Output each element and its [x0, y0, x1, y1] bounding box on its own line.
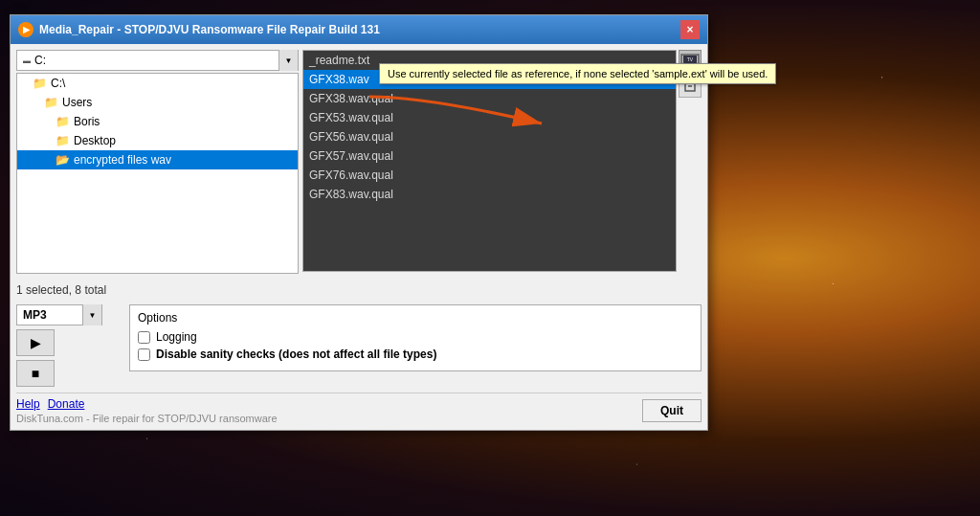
tree-item-encrypted-files-wav[interactable]: 📂 encrypted files wav: [17, 150, 298, 169]
file-item-gfx38wavqual[interactable]: GFX38.wav.qual: [303, 89, 676, 108]
folder-icon: 📁: [44, 96, 58, 109]
file-name: GFX56.wav.qual: [309, 130, 393, 144]
tree-item-label: C:\: [51, 77, 65, 90]
sanity-checkbox[interactable]: [138, 348, 150, 361]
close-button[interactable]: ×: [680, 20, 700, 39]
drive-dropdown-arrow[interactable]: ▼: [278, 50, 298, 71]
file-item-gfx53[interactable]: GFX53.wav.qual: [303, 108, 676, 127]
folder-panel: C: ▼ 📁 C:\ 📁 Users 📁 Boris: [16, 50, 299, 274]
format-dropdown-arrow[interactable]: ▼: [82, 304, 101, 325]
window-title: Media_Repair - STOP/DJVU Ransomware File…: [39, 23, 380, 36]
status-bar: 1 selected, 8 total: [16, 280, 702, 301]
tree-item-desktop[interactable]: 📁 Desktop: [17, 131, 298, 150]
folder-icon: 📁: [56, 134, 70, 147]
folder-icon: 📁: [33, 77, 47, 90]
logging-checkbox-row: Logging: [138, 330, 693, 344]
sanity-label: Disable sanity checks (does not affect a…: [156, 348, 436, 361]
status-text: 1 selected, 8 total: [16, 283, 106, 297]
tree-item-users[interactable]: 📁 Users: [17, 93, 298, 112]
folder-open-icon: 📂: [56, 153, 70, 167]
drive-selector[interactable]: C: ▼: [16, 50, 299, 71]
file-name: GFX53.wav.qual: [309, 111, 393, 124]
format-selector[interactable]: MP3 ▼: [16, 304, 102, 325]
play-icon: ▶: [31, 335, 41, 350]
file-name: GFX38.wav.qual: [309, 92, 393, 105]
logging-label: Logging: [156, 330, 197, 344]
folder-tree: 📁 C:\ 📁 Users 📁 Boris 📁 Desktop: [16, 73, 299, 274]
options-title: Options: [138, 311, 693, 325]
tooltip-popup: Use currently selected file as reference…: [379, 63, 776, 84]
tree-item-c-root[interactable]: 📁 C:\: [17, 74, 298, 93]
app-icon: ▶: [18, 22, 33, 37]
stop-button[interactable]: ■: [16, 360, 55, 387]
tree-item-label: Desktop: [74, 134, 116, 147]
tree-item-label: Boris: [74, 115, 100, 128]
file-item-gfx57[interactable]: GFX57.wav.qual: [303, 146, 676, 166]
file-name: GFX57.wav.qual: [309, 149, 393, 163]
folder-icon: 📁: [56, 115, 70, 128]
file-name: _readme.txt: [309, 54, 369, 67]
tree-item-label: encrypted files wav: [74, 153, 171, 167]
file-item-gfx56[interactable]: GFX56.wav.qual: [303, 127, 676, 146]
left-controls: MP3 ▼ ▶ ■: [16, 304, 122, 387]
title-bar: ▶ Media_Repair - STOP/DJVU Ransomware Fi…: [11, 15, 707, 44]
tree-item-label: Users: [62, 96, 92, 109]
file-item-gfx83[interactable]: GFX83.wav.qual: [303, 185, 676, 204]
footer-links: Help Donate: [16, 397, 278, 411]
donate-link[interactable]: Donate: [48, 397, 85, 411]
footer-text: DiskTuna.com - File repair for STOP/DJVU…: [16, 413, 278, 424]
sanity-checkbox-row: Disable sanity checks (does not affect a…: [138, 348, 693, 361]
play-button[interactable]: ▶: [16, 329, 55, 356]
title-bar-left: ▶ Media_Repair - STOP/DJVU Ransomware Fi…: [18, 22, 380, 37]
options-panel: Options Logging Disable sanity checks (d…: [129, 304, 702, 371]
format-label: MP3: [17, 308, 82, 322]
file-name: GFX76.wav.qual: [309, 168, 393, 182]
tree-item-boris[interactable]: 📁 Boris: [17, 112, 298, 131]
stop-icon: ■: [32, 366, 39, 381]
file-name: GFX38.wav: [309, 73, 369, 86]
logging-checkbox[interactable]: [138, 331, 150, 344]
footer: Help Donate DiskTuna.com - File repair f…: [16, 393, 702, 424]
footer-left: Help Donate DiskTuna.com - File repair f…: [16, 397, 278, 424]
top-section: C: ▼ 📁 C:\ 📁 Users 📁 Boris: [16, 50, 702, 274]
window-body: C: ▼ 📁 C:\ 📁 Users 📁 Boris: [11, 44, 707, 430]
main-window: ▶ Media_Repair - STOP/DJVU Ransomware Fi…: [10, 14, 708, 431]
quit-button[interactable]: Quit: [642, 399, 702, 422]
bottom-section: MP3 ▼ ▶ ■ Options Logging: [16, 304, 702, 387]
help-link[interactable]: Help: [16, 397, 40, 411]
svg-text:TV: TV: [687, 56, 694, 62]
file-panel: _readme.txt GFX38.wav GFX38.wav.qual GFX…: [302, 50, 702, 274]
file-item-gfx76[interactable]: GFX76.wav.qual: [303, 166, 676, 185]
file-name: GFX83.wav.qual: [309, 188, 393, 201]
drive-label: C:: [17, 54, 278, 67]
